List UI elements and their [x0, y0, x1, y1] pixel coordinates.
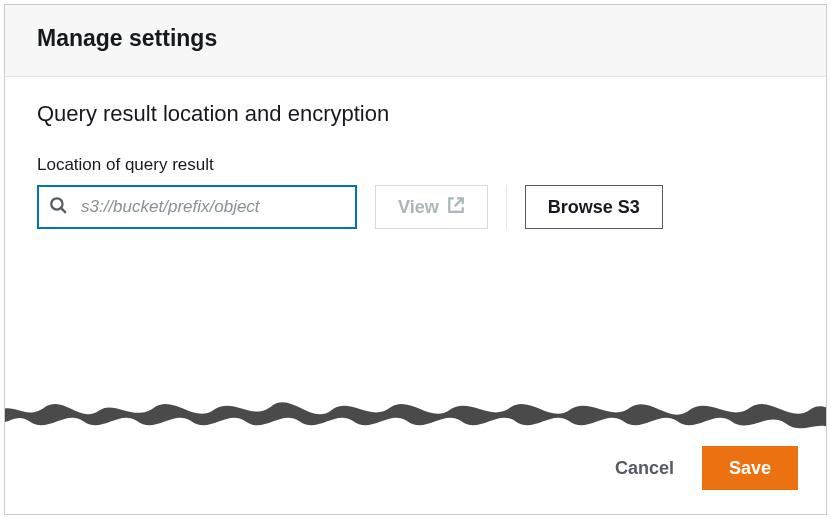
location-input[interactable] [37, 185, 357, 229]
location-input-wrap [37, 185, 357, 229]
view-button-label: View [398, 197, 439, 218]
external-link-icon [447, 196, 465, 219]
modal-body: Query result location and encryption Loc… [5, 77, 826, 428]
location-label: Location of query result [37, 155, 794, 175]
section-title: Query result location and encryption [37, 101, 794, 127]
modal-header: Manage settings [5, 5, 826, 77]
view-button[interactable]: View [375, 185, 488, 229]
browse-s3-button[interactable]: Browse S3 [525, 185, 663, 229]
save-button[interactable]: Save [702, 446, 798, 490]
browse-s3-label: Browse S3 [548, 197, 640, 218]
modal-title: Manage settings [37, 25, 794, 52]
cancel-button[interactable]: Cancel [615, 458, 674, 479]
location-field-row: View Browse S3 [37, 185, 794, 229]
modal-footer: Cancel Save [5, 428, 826, 514]
manage-settings-modal: Manage settings Query result location an… [4, 4, 827, 515]
vertical-separator [506, 185, 507, 229]
